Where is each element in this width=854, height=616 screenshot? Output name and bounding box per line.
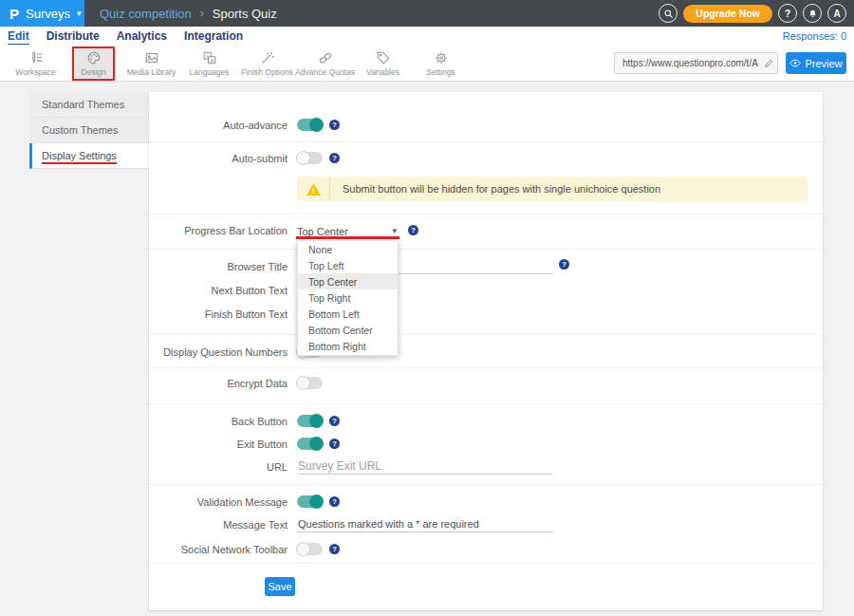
display-settings-panel: Auto-advance ? Auto-submit ? ! Submit bu… [149, 92, 823, 610]
browser-title-row: Browser Title ? [149, 258, 823, 275]
toolbar-item-workspace[interactable]: Workspace [7, 46, 65, 82]
save-button[interactable]: Save [265, 577, 295, 596]
dropdown-option-top-left[interactable]: Top Left [298, 257, 398, 273]
message-text-row: Message Text [149, 516, 823, 533]
auto-submit-toggle[interactable] [297, 152, 323, 164]
dropdown-option-none[interactable]: None [298, 241, 398, 257]
upgrade-now-button[interactable]: Upgrade Now [683, 5, 772, 23]
sidebar-item-custom-themes[interactable]: Custom Themes [29, 118, 149, 143]
exit-url-input[interactable] [297, 458, 553, 475]
breadcrumb-folder[interactable]: Quiz competition [100, 7, 192, 21]
validation-message-row: Validation Message ? [149, 494, 823, 511]
encrypt-data-label: Encrypt Data [149, 375, 288, 392]
top-header-bar: P Surveys ▾ Quiz competition › Sports Qu… [0, 0, 854, 27]
dropdown-option-bottom-right[interactable]: Bottom Right [298, 339, 398, 355]
exit-url-row: URL [149, 458, 823, 476]
sidebar-item-standard-themes[interactable]: Standard Themes [29, 92, 149, 118]
encrypt-data-row: Encrypt Data [149, 375, 823, 392]
next-button-text-label: Next Button Text [149, 282, 288, 299]
surveys-product-menu[interactable]: P Surveys ▾ [0, 0, 84, 27]
toolbar-item-design[interactable]: Design [65, 46, 122, 82]
settings-gear-icon [434, 50, 449, 65]
media-library-icon [144, 50, 159, 65]
toolbar-item-media-library[interactable]: Media Library [122, 46, 180, 82]
auto-submit-label: Auto-submit [149, 150, 288, 167]
display-question-numbers-row: Display Question Numbers [149, 344, 823, 361]
progress-bar-location-row: Progress Bar Location Top Center ▾ ? [149, 222, 823, 239]
bell-icon [808, 9, 818, 19]
next-button-text-row: Next Button Text [149, 282, 823, 299]
edit-url-button[interactable] [760, 58, 777, 68]
survey-url-input[interactable] [615, 58, 760, 68]
eye-icon [789, 59, 801, 67]
exit-url-label: URL [149, 458, 288, 476]
sidebar-item-display-settings[interactable]: Display Settings [29, 143, 149, 169]
svg-text:x: x [206, 53, 209, 59]
help-button[interactable]: ? [778, 4, 797, 23]
browser-title-help-icon[interactable]: ? [559, 259, 569, 270]
message-text-label: Message Text [149, 516, 288, 533]
advance-quotas-link-icon [318, 50, 333, 65]
validation-message-label: Validation Message [149, 494, 288, 511]
auto-submit-row: Auto-submit ? [149, 150, 823, 167]
red-annotation-underline [296, 236, 399, 239]
social-network-toolbar-row: Social Network Toolbar ? [149, 541, 823, 558]
toolbar-item-advance-quotas[interactable]: Advance Quotas [296, 46, 354, 82]
dropdown-option-top-right[interactable]: Top Right [298, 289, 398, 306]
social-network-toolbar-toggle[interactable] [297, 543, 323, 555]
encrypt-data-toggle[interactable] [297, 377, 323, 389]
progress-bar-help-icon[interactable]: ? [408, 225, 418, 235]
toolbar-item-languages[interactable]: xA Languages [180, 46, 238, 82]
dropdown-option-top-center[interactable]: Top Center [298, 273, 398, 289]
tab-integration[interactable]: Integration [184, 28, 243, 44]
social-network-toolbar-help-icon[interactable]: ? [329, 544, 340, 554]
toolbar-item-variables[interactable]: Variables [354, 46, 412, 82]
back-button-label: Back Button [149, 413, 288, 430]
tab-analytics[interactable]: Analytics [117, 28, 167, 44]
progress-bar-location-dropdown: None Top Left Top Center Top Right Botto… [297, 240, 399, 356]
search-button[interactable] [659, 4, 678, 23]
breadcrumb-survey-name: Sports Quiz [213, 7, 277, 21]
search-icon [663, 9, 674, 19]
validation-message-help-icon[interactable]: ? [329, 496, 340, 507]
exit-button-help-icon[interactable]: ? [329, 439, 340, 449]
responses-count[interactable]: Responses: 0 [783, 30, 846, 42]
toolbar-item-settings[interactable]: Settings [412, 46, 470, 82]
finish-button-text-row: Finish Button Text [149, 306, 823, 323]
auto-advance-toggle[interactable] [297, 119, 323, 131]
questionpro-logo-icon: P [9, 6, 19, 22]
breadcrumb: Quiz competition › Sports Quiz [100, 0, 277, 27]
exit-button-label: Exit Button [149, 436, 288, 453]
tab-edit[interactable]: Edit [8, 28, 29, 45]
message-text-input[interactable] [297, 516, 553, 532]
pencil-icon [764, 58, 774, 68]
design-content-area: Standard Themes Custom Themes Display Se… [0, 82, 854, 616]
tab-distribute[interactable]: Distribute [46, 28, 100, 44]
back-button-row: Back Button ? [149, 413, 823, 430]
survey-link-field [614, 52, 778, 74]
toolbar-item-finish-options[interactable]: Finish Options [238, 46, 296, 82]
row-divider [149, 141, 823, 142]
auto-advance-help-icon[interactable]: ? [329, 120, 340, 130]
chevron-down-icon: ▾ [77, 9, 82, 18]
finish-options-wand-icon [260, 50, 275, 65]
variables-tag-icon [376, 50, 391, 65]
row-divider [149, 484, 823, 485]
auto-submit-warning-banner: ! Submit button will be hidden for pages… [297, 177, 808, 201]
dropdown-option-bottom-center[interactable]: Bottom Center [298, 323, 398, 339]
workspace-icon [28, 50, 44, 65]
row-divider [149, 214, 823, 215]
edit-toolbar: Workspace Design Media Library [0, 46, 854, 82]
account-avatar[interactable]: A [827, 4, 846, 23]
back-button-toggle[interactable] [297, 415, 323, 427]
questionpro-design-page: P Surveys ▾ Quiz competition › Sports Qu… [0, 0, 854, 616]
dropdown-option-bottom-left[interactable]: Bottom Left [298, 307, 398, 323]
auto-advance-row: Auto-advance ? [149, 117, 823, 134]
auto-submit-help-icon[interactable]: ? [329, 153, 340, 163]
preview-button[interactable]: Preview [786, 52, 846, 74]
notifications-button[interactable] [803, 4, 822, 23]
languages-icon: xA [202, 50, 217, 65]
back-button-help-icon[interactable]: ? [329, 416, 340, 426]
exit-button-toggle[interactable] [297, 438, 323, 450]
validation-message-toggle[interactable] [297, 495, 323, 508]
